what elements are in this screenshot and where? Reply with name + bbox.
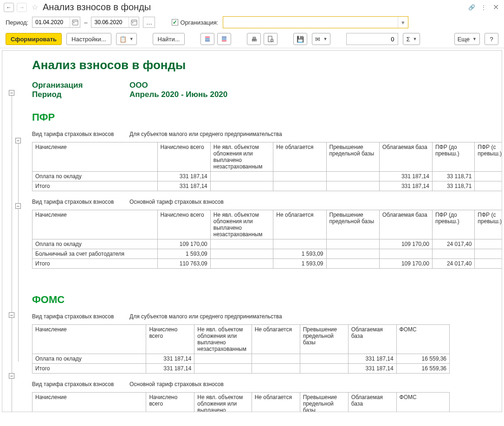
table-row[interactable]: Оплата по окладу 331 187,14 331 187,14 3…: [32, 172, 503, 181]
meta-period-value: Апрель 2020 - Июнь 2020: [129, 90, 227, 99]
table-row[interactable]: Итого 110 763,09 1 593,09 109 170,00 24 …: [32, 259, 503, 269]
report-area[interactable]: − − − − − Анализ взносов в фонды Организ…: [2, 50, 502, 412]
foms-table-main: Начисление Начислено всего Не явл. объек…: [32, 392, 450, 412]
favorite-star-icon[interactable]: ☆: [30, 3, 40, 12]
meta-org-label: Организация: [32, 81, 129, 90]
tariff-value: Основной тариф страховых взносов: [129, 381, 224, 387]
pfr-table-main: Начисление Начислено всего Не явл. объек…: [32, 210, 502, 269]
print-icon: 🖶: [251, 36, 257, 43]
meta-org-value: ООО: [129, 81, 148, 90]
tree-toggle[interactable]: −: [9, 312, 14, 318]
table-row[interactable]: Итого 331 187,14 331 187,14 16 559,36: [32, 364, 450, 374]
nav-forward-button[interactable]: →: [17, 3, 27, 12]
tree-toggle[interactable]: −: [15, 203, 21, 209]
help-button[interactable]: ?: [485, 33, 498, 45]
tariff-value: Для субъектов малого или среднего предпр…: [129, 313, 282, 320]
tree-toggle[interactable]: −: [9, 90, 14, 96]
preview-button[interactable]: [264, 33, 278, 45]
org-combo[interactable]: ▾: [223, 16, 408, 28]
sum-input[interactable]: [347, 36, 398, 43]
calendar-icon[interactable]: [129, 17, 139, 27]
section-title-foms: ФОМС: [32, 294, 492, 306]
calendar-icon[interactable]: [70, 17, 80, 27]
chevron-down-icon: ▼: [323, 37, 327, 41]
svg-rect-5: [132, 22, 133, 23]
tree-toggle[interactable]: −: [9, 373, 14, 379]
list-expand-icon: [221, 36, 227, 42]
table-header-row: Начисление Начислено всего Не явл. объек…: [32, 142, 503, 172]
date-to-input[interactable]: [91, 19, 129, 26]
sigma-dropdown[interactable]: Σ▼: [403, 33, 420, 45]
close-icon[interactable]: ✕: [491, 3, 500, 12]
pfr-table-sme: Начисление Начислено всего Не явл. объек…: [32, 142, 502, 191]
svg-rect-0: [72, 20, 78, 25]
variants-dropdown[interactable]: 📋▼: [116, 33, 137, 45]
find-button[interactable]: Найти...: [153, 33, 185, 45]
more-button[interactable]: Еще▼: [454, 33, 480, 45]
table-row[interactable]: Оплата по окладу 109 170,00 109 170,00 2…: [32, 239, 503, 249]
date-to-field[interactable]: [91, 17, 139, 28]
list-collapse-icon: [204, 36, 211, 42]
save-button[interactable]: 💾: [293, 33, 307, 45]
table-header-row: Начисление Начислено всего Не явл. объек…: [32, 210, 503, 239]
tariff-value: Для субъектов малого или среднего предпр…: [129, 131, 282, 137]
period-label: Период:: [6, 19, 28, 26]
table-row[interactable]: Итого 331 187,14 331 187,14 33 118,71: [32, 181, 503, 191]
chevron-down-icon: ▼: [472, 37, 477, 41]
check-icon: ✓: [172, 19, 178, 26]
date-dash: –: [84, 19, 87, 26]
nav-back-button[interactable]: ←: [4, 3, 14, 12]
section-title-pfr: ПФР: [32, 111, 492, 123]
meta-period-label: Период: [32, 90, 129, 99]
tariff-label: Вид тарифа страховых взносов: [32, 131, 129, 137]
mail-icon: ✉: [315, 36, 320, 43]
collapse-groups-button[interactable]: [200, 33, 214, 45]
svg-rect-3: [131, 20, 137, 25]
generate-button[interactable]: Сформировать: [6, 33, 62, 45]
table-row[interactable]: Больничный за счет работодателя 1 593,09…: [32, 249, 503, 259]
tariff-value: Основной тариф страховых взносов: [129, 199, 224, 205]
mail-dropdown[interactable]: ✉▼: [312, 33, 330, 45]
arrow-right-icon: →: [19, 4, 25, 11]
more-menu-icon[interactable]: ⋮: [479, 3, 488, 12]
period-ellipsis-button[interactable]: …: [143, 17, 155, 28]
date-from-field[interactable]: [32, 17, 80, 28]
window-title: Анализ взносов в фонды: [43, 2, 151, 13]
date-from-input[interactable]: [32, 19, 70, 26]
preview-icon: [267, 36, 274, 42]
org-filter-checkbox[interactable]: ✓ Организация:: [172, 19, 218, 26]
table-header-row: Начисление Начислено всего Не явл. объек…: [32, 393, 450, 413]
org-label: Организация:: [180, 19, 218, 26]
tariff-label: Вид тарифа страховых взносов: [32, 381, 129, 387]
chevron-down-icon: ▼: [413, 37, 417, 41]
chevron-down-icon[interactable]: ▾: [398, 17, 408, 28]
sigma-icon: Σ: [406, 36, 410, 43]
report-title: Анализ взносов в фонды: [32, 58, 492, 72]
print-button[interactable]: 🖶: [247, 33, 261, 45]
table-header-row: Начисление Начислено всего Не явл. объек…: [32, 325, 450, 354]
chevron-down-icon: ▼: [129, 37, 134, 41]
svg-rect-2: [73, 22, 74, 23]
table-row[interactable]: Оплата по окладу 331 187,14 331 187,14 1…: [32, 354, 450, 364]
clipboard-icon: 📋: [119, 36, 127, 43]
foms-table-sme: Начисление Начислено всего Не явл. объек…: [32, 324, 450, 374]
tree-toggle[interactable]: −: [15, 138, 21, 143]
settings-button[interactable]: Настройки...: [66, 33, 111, 45]
link-icon[interactable]: 🔗: [467, 3, 476, 12]
org-input[interactable]: [223, 17, 398, 28]
tariff-label: Вид тарифа страховых взносов: [32, 313, 129, 320]
tariff-label: Вид тарифа страховых взносов: [32, 199, 129, 205]
sum-field[interactable]: [346, 33, 398, 45]
svg-line-14: [273, 41, 274, 42]
expand-groups-button[interactable]: [217, 33, 231, 45]
arrow-left-icon: ←: [6, 4, 12, 11]
save-icon: 💾: [297, 36, 304, 43]
